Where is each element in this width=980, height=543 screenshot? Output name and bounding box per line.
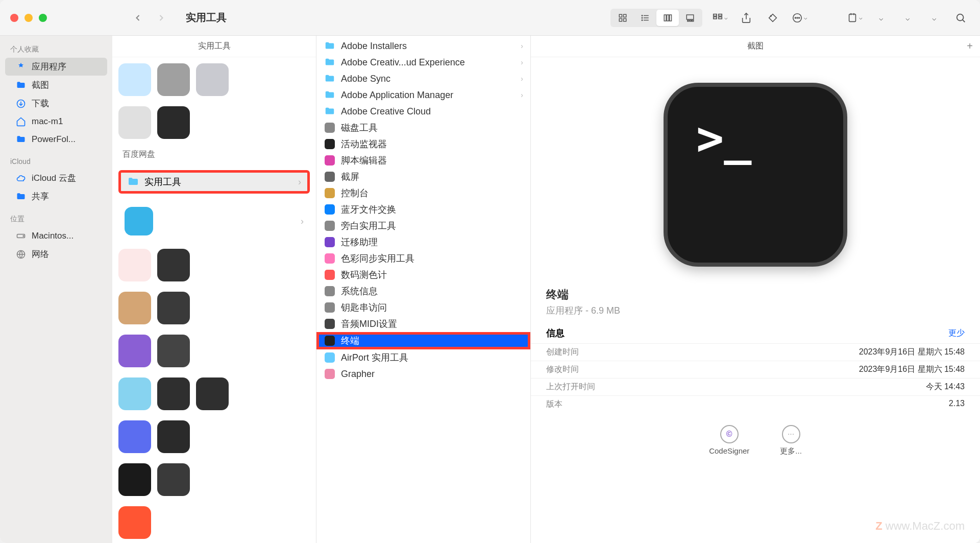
svg-point-7 — [642, 15, 643, 16]
sidebar-item-home[interactable]: mac-m1 — [5, 113, 107, 130]
list-item-------[interactable]: 旁白实用工具 — [316, 218, 530, 234]
forward-button[interactable] — [152, 9, 170, 27]
folder-icon — [324, 56, 336, 68]
action-button[interactable]: ⌵ — [790, 9, 808, 27]
app-icon — [324, 368, 336, 380]
share-button[interactable] — [737, 9, 755, 27]
list-item-label: AirPort 实用工具 — [341, 351, 408, 364]
sidebar-item-network[interactable]: 网络 — [5, 245, 107, 263]
app-row[interactable] — [118, 292, 310, 324]
list-item-adobe-application-manager[interactable]: Adobe Application Manager› — [316, 87, 530, 103]
window-title: 实用工具 — [186, 11, 227, 25]
list-item-adobe-creative-cloud[interactable]: Adobe Creative Cloud — [316, 103, 530, 120]
list-item----[interactable]: 控制台 — [316, 185, 530, 201]
list-item-label: Adobe Creative Cloud — [341, 106, 431, 117]
list-item------[interactable]: 钥匙串访问 — [316, 299, 530, 316]
info-row: 修改时间2023年9月16日 星期六 15:48 — [531, 361, 980, 378]
app-row[interactable] — [118, 106, 310, 139]
dropdown-4[interactable]: ⌵ — [925, 9, 943, 27]
more-icon: ··· — [782, 425, 800, 443]
svg-rect-15 — [690, 20, 691, 21]
svg-rect-27 — [849, 14, 855, 21]
tags-button[interactable] — [764, 9, 782, 27]
info-row: 版本2.13 — [531, 395, 980, 413]
list-item-adobe-installers[interactable]: Adobe Installers› — [316, 38, 530, 54]
svg-rect-20 — [718, 17, 721, 19]
dropdown-3[interactable]: ⌵ — [898, 9, 917, 27]
sidebar-label: mac-m1 — [32, 116, 63, 127]
list-item-----[interactable]: 迁移助理 — [316, 234, 530, 250]
svg-point-8 — [642, 17, 643, 18]
sidebar-item-powerfolder[interactable]: PowerFol... — [5, 131, 107, 148]
info-label: 版本 — [546, 399, 562, 410]
app-icon — [324, 236, 336, 248]
sidebar-label: 网络 — [32, 248, 49, 260]
view-icon-button[interactable] — [611, 10, 634, 26]
list-item-label: Adobe Creativ...ud Experience — [341, 57, 465, 68]
app-row[interactable] — [118, 63, 310, 96]
minimize-button[interactable] — [24, 14, 33, 22]
watermark: Z www.MacZ.com — [875, 520, 965, 533]
close-button[interactable] — [10, 14, 18, 22]
list-item-grapher[interactable]: Grapher — [316, 366, 530, 382]
app-row[interactable] — [118, 463, 310, 496]
app-label-baidu: 百度网盘 — [122, 149, 310, 160]
list-item-adobe-creativ---ud-experience[interactable]: Adobe Creativ...ud Experience› — [316, 54, 530, 70]
app-row[interactable] — [118, 335, 310, 367]
sidebar-item-macintosh[interactable]: Macintos... — [5, 227, 107, 245]
list-item---------[interactable]: 色彩同步实用工具 — [316, 250, 530, 267]
terminal-app-icon: >_ — [664, 83, 847, 267]
app-icon — [324, 171, 336, 183]
app-row[interactable] — [118, 377, 310, 410]
app-row[interactable]: › — [118, 204, 310, 239]
quick-action[interactable]: ©CodeSigner — [709, 425, 749, 456]
view-gallery-button[interactable] — [679, 10, 701, 26]
list-item-label: 旁白实用工具 — [341, 220, 396, 232]
search-button[interactable] — [951, 9, 970, 27]
view-column-button[interactable] — [656, 10, 679, 26]
maximize-button[interactable] — [39, 14, 47, 22]
folder-icon — [324, 105, 336, 117]
list-item---[interactable]: 截屏 — [316, 169, 530, 185]
list-item-----[interactable]: 系统信息 — [316, 283, 530, 299]
list-item-adobe-sync[interactable]: Adobe Sync› — [316, 70, 530, 87]
list-item------[interactable]: 活动监视器 — [316, 136, 530, 152]
svg-rect-18 — [713, 17, 716, 19]
sidebar-item-icloud-drive[interactable]: iCloud 云盘 — [5, 169, 107, 187]
list-item-------[interactable]: 蓝牙文件交换 — [316, 201, 530, 218]
dropdown-2[interactable]: ⌵ — [872, 9, 890, 27]
list-item-label: Adobe Sync — [341, 74, 390, 84]
sidebar-item-downloads[interactable]: 下载 — [5, 95, 107, 112]
app-row[interactable] — [118, 506, 310, 539]
sidebar-item-shared[interactable]: 共享 — [5, 187, 107, 205]
app-icon — [324, 285, 336, 297]
folder-label: 实用工具 — [144, 176, 181, 188]
svg-rect-13 — [687, 15, 694, 19]
dropdown-1[interactable]: ⌵ — [845, 9, 864, 27]
view-list-button[interactable] — [634, 10, 656, 26]
list-item-----[interactable]: 磁盘工具 — [316, 120, 530, 136]
list-item-airport-----[interactable]: AirPort 实用工具 — [316, 349, 530, 366]
back-button[interactable] — [129, 9, 147, 27]
sidebar-item-applications[interactable]: 应用程序 — [5, 58, 107, 76]
add-button[interactable]: + — [967, 40, 973, 52]
app-icon — [324, 301, 336, 314]
group-by-button[interactable]: ⌵ — [710, 9, 729, 27]
folder-utilities-selected[interactable]: 实用工具 › — [118, 170, 310, 194]
sidebar-label: 共享 — [32, 191, 49, 202]
quick-action[interactable]: ···更多... — [780, 425, 802, 456]
list-item------[interactable]: 脚本编辑器 — [316, 152, 530, 169]
app-icon — [324, 203, 336, 216]
sidebar-label: PowerFol... — [32, 134, 76, 145]
list-item------[interactable]: 数码测色计 — [316, 267, 530, 283]
chevron-right-icon: › — [301, 216, 304, 227]
sidebar-item-screenshots[interactable]: 截图 — [5, 76, 107, 94]
app-row[interactable] — [118, 249, 310, 281]
svg-point-35 — [23, 235, 24, 237]
list-item---midi--[interactable]: 音频MIDI设置 — [316, 316, 530, 332]
chevron-right-icon: › — [298, 177, 301, 187]
app-row[interactable] — [118, 420, 310, 453]
svg-rect-11 — [667, 15, 669, 21]
show-less-button[interactable]: 更少 — [948, 328, 965, 339]
list-item---[interactable]: 终端 — [316, 332, 530, 349]
